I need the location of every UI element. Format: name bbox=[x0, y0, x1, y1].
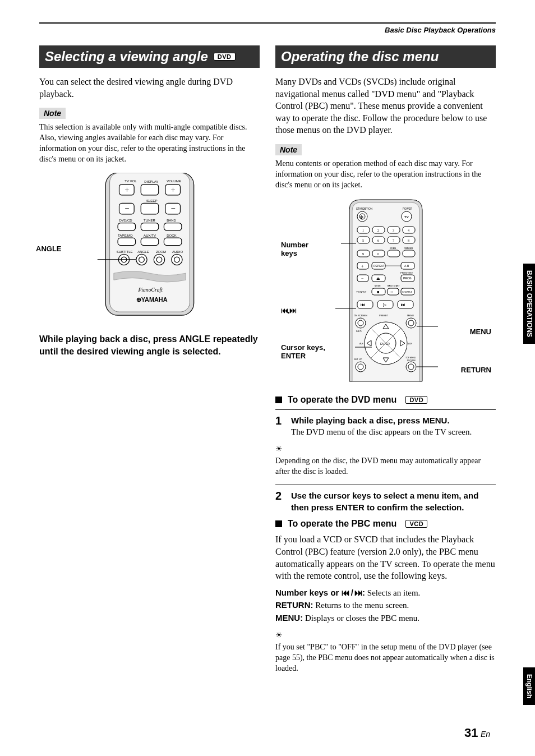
lbl-setup: SET UP bbox=[354, 358, 362, 361]
step2-title: Use the cursor keys to select a menu ite… bbox=[291, 490, 496, 513]
svg-text:3: 3 bbox=[393, 229, 394, 232]
svg-text:−: − bbox=[124, 204, 129, 213]
svg-text:6: 6 bbox=[377, 239, 379, 242]
svg-text:0: 0 bbox=[377, 252, 379, 256]
left-column: Selecting a viewing angle DVD You can se… bbox=[39, 45, 260, 682]
svg-point-73 bbox=[356, 318, 366, 328]
svg-text:−: − bbox=[170, 204, 175, 213]
svg-text:▷: ▷ bbox=[383, 302, 387, 307]
note-text-left: This selection is available only with mu… bbox=[39, 122, 260, 165]
svg-text:⏏: ⏏ bbox=[376, 276, 380, 281]
svg-point-83 bbox=[406, 362, 416, 372]
brand-pianocraft: PianoCraft bbox=[137, 287, 163, 293]
step1-sub: The DVD menu of the disc appears on the … bbox=[291, 426, 496, 438]
lbl-iii: I I I bbox=[390, 291, 393, 293]
key-return: RETURN: Returns to the menu screen. bbox=[275, 599, 496, 612]
lbl-sleep: SLEEP bbox=[146, 199, 157, 202]
step-number: 2 bbox=[275, 490, 284, 513]
svg-point-24 bbox=[171, 254, 182, 265]
lbl-prog: PROG bbox=[403, 276, 412, 280]
brand-yamaha: ⊕YAMAHA bbox=[136, 296, 167, 303]
angle-instruction: While playing back a disc, press ANGLE r… bbox=[39, 333, 260, 357]
callout-skip: ⏮,⏭ bbox=[281, 306, 296, 315]
intro-right: Many DVDs and VCDs (SVCDs) include origi… bbox=[275, 76, 496, 136]
hint-icon: ☀ bbox=[275, 444, 283, 454]
lbl-mode: MODE bbox=[375, 285, 381, 287]
lbl-shuffle: SHUFFLE bbox=[402, 291, 413, 293]
svg-text:4: 4 bbox=[408, 229, 409, 232]
lbl-band: BAND bbox=[167, 219, 176, 222]
bullet-icon bbox=[275, 397, 282, 403]
title-text: Selecting a viewing angle bbox=[45, 49, 208, 64]
svg-text:+: + bbox=[361, 264, 364, 269]
svg-rect-11 bbox=[141, 203, 158, 214]
lbl-preset: PRESET bbox=[379, 314, 389, 317]
key-menu: MENU: Displays or closes the PBC menu. bbox=[275, 612, 496, 625]
svg-rect-16 bbox=[141, 238, 158, 245]
note-text-right: Menu contents or operation method of eac… bbox=[275, 159, 496, 191]
svg-text:+: + bbox=[124, 185, 129, 194]
hint2: If you set "PBC" to "OFF" in the setup m… bbox=[275, 642, 496, 674]
svg-rect-17 bbox=[164, 238, 181, 245]
intro-left: You can select the desired viewing angle… bbox=[39, 76, 260, 100]
svg-text:⏮: ⏮ bbox=[361, 302, 365, 307]
svg-rect-14 bbox=[164, 223, 181, 230]
svg-rect-52 bbox=[403, 250, 415, 257]
hint-icon: ☀ bbox=[275, 630, 283, 640]
hint1: Depending on the disc, the DVD menu may … bbox=[275, 456, 496, 477]
callout-angle: ANGLE bbox=[36, 245, 62, 253]
callout-menu: MENU bbox=[470, 328, 491, 336]
svg-text:8: 8 bbox=[408, 239, 409, 242]
svg-text:2: 2 bbox=[377, 229, 379, 232]
lbl-scan: SCAN bbox=[390, 247, 396, 250]
svg-text:9: 9 bbox=[362, 252, 364, 256]
callout-numberkeys: Number keys bbox=[281, 241, 315, 257]
lbl-volume: VOLUME bbox=[167, 179, 181, 183]
lbl-tvinput: TV INPUT bbox=[356, 291, 367, 293]
lbl-audio: AUDIO bbox=[172, 250, 182, 253]
svg-text:−: − bbox=[361, 276, 364, 281]
svg-rect-15 bbox=[118, 238, 135, 245]
remote-illustration-left: ANGLE TV VOL VOLUME + + DISPLAY − − SLEE… bbox=[39, 173, 260, 322]
lbl-angle: ANGLE bbox=[137, 250, 149, 253]
key-numberkeys: Number keys or ⏮ / ⏭: Selects an item. bbox=[275, 587, 496, 600]
svg-text:+: + bbox=[170, 185, 175, 194]
svg-text:1: 1 bbox=[362, 229, 364, 232]
svg-rect-67 bbox=[357, 301, 373, 308]
svg-point-22 bbox=[154, 254, 164, 265]
step-number: 1 bbox=[275, 414, 284, 438]
svg-rect-12 bbox=[118, 223, 135, 230]
page-number: 31 En bbox=[464, 726, 490, 740]
lbl-backstart: BACK START bbox=[388, 285, 400, 287]
dvd-badge: DVD bbox=[214, 53, 236, 61]
section-title-right: Operating the disc menu bbox=[275, 45, 496, 68]
pbc-intro: If you load a VCD or SVCD that includes … bbox=[275, 533, 496, 582]
svg-point-20 bbox=[136, 254, 146, 265]
lbl-dvdcd: DVD/CD bbox=[119, 219, 132, 222]
lbl-repeat: REPEAT bbox=[373, 264, 385, 268]
svg-point-81 bbox=[356, 362, 366, 372]
svg-text:■: ■ bbox=[377, 290, 379, 294]
callout-cursor: Cursor keys, ENTER bbox=[281, 343, 331, 360]
callout-return: RETURN bbox=[461, 366, 491, 374]
svg-text:5: 5 bbox=[362, 239, 364, 242]
lbl-subtitle: SUBTITLE bbox=[116, 250, 132, 253]
side-tabs: BASIC OPERATIONS English bbox=[511, 0, 535, 756]
lbl-ae-l: A-E bbox=[359, 342, 363, 345]
svg-rect-71 bbox=[398, 301, 413, 308]
lbl-info: INFO bbox=[356, 330, 362, 333]
svg-rect-13 bbox=[141, 223, 158, 230]
remote-illustration-right: Number keys ⏮,⏭ Cursor keys, ENTER MENU … bbox=[275, 199, 496, 384]
lbl-auxtv: AUX/TV bbox=[144, 234, 156, 237]
lbl-menu: MENU bbox=[407, 314, 414, 317]
lbl-prestext: PRES/TEXT bbox=[400, 271, 413, 274]
lbl-tuner: TUNER bbox=[144, 219, 155, 222]
section-title-left: Selecting a viewing angle DVD bbox=[39, 45, 260, 68]
dvd-badge-inline: DVD bbox=[405, 396, 427, 404]
note-label-right: Note bbox=[275, 144, 302, 155]
lbl-dimmer: DIMMER bbox=[404, 247, 413, 250]
lbl-standby: STANDBY/ON bbox=[356, 208, 372, 210]
svg-text:⏻: ⏻ bbox=[360, 215, 363, 219]
lbl-tapemd: TAPE/MD bbox=[118, 234, 133, 237]
lbl-display: DISPLAY bbox=[144, 180, 158, 183]
